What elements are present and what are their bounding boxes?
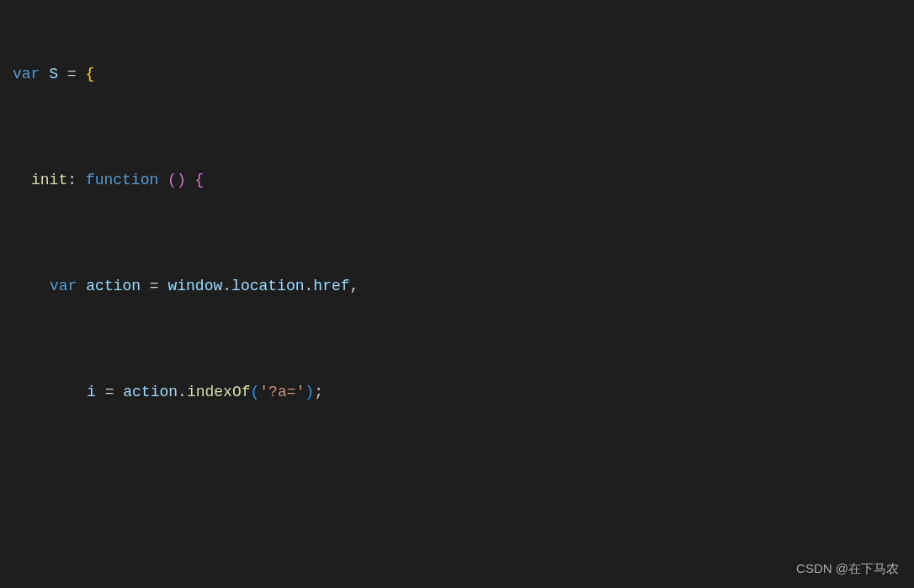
code-line: var S = { [13,61,914,88]
watermark-text: CSDN @在下马农 [796,558,899,580]
prop-init: init [31,167,67,194]
keyword-var: var [13,61,40,88]
keyword-function: function [86,167,158,194]
code-line: i = action.indexOf('?a='); [13,379,914,406]
code-editor[interactable]: var S = { init: function () { var action… [0,8,914,588]
var-name: S [49,61,58,88]
code-line: init: function () { [13,167,914,194]
code-line-blank [13,485,914,512]
code-line: var action = window.location.href, [13,273,914,300]
brace-open: { [85,61,94,88]
